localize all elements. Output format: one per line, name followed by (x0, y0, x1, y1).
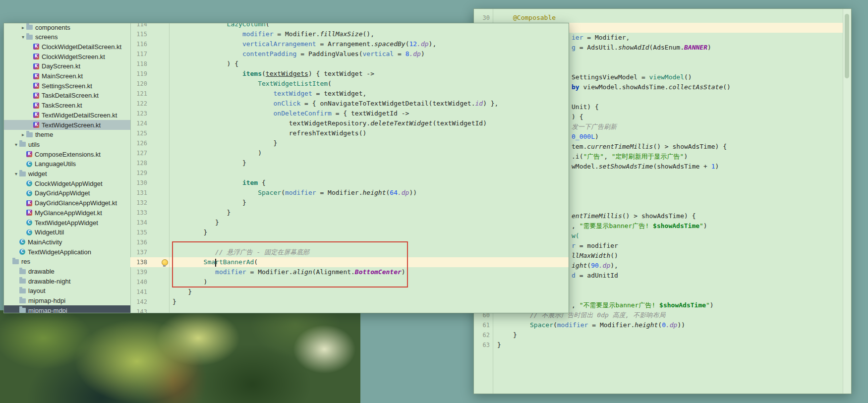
code-line-124[interactable]: textWidgetRepository.deleteTextWidget(te… (173, 118, 487, 128)
code-line-115[interactable]: modifier = Modifier.fillMaxSize(), (173, 29, 374, 39)
code-line-142[interactable]: } (173, 297, 176, 307)
line-number-138[interactable]: 138 (130, 257, 147, 267)
code-line-116[interactable]: verticalArrangement = Arrangement.spaced… (173, 39, 436, 49)
code-line-117[interactable]: contentPadding = PaddingValues(vertical … (173, 49, 425, 59)
right-code-row-42[interactable]: 0_000L) (572, 132, 599, 142)
right-code-row-44[interactable]: .i("广告", "定时刷新用于显示广告") (572, 152, 688, 162)
line-number-115[interactable]: 115 (130, 29, 147, 39)
code-line-123[interactable]: onDeleteConfirm = { textWidgetId -> (173, 109, 409, 118)
tree-item-textwidgetappwidget[interactable]: CTextWidgetAppWidget (4, 218, 130, 228)
code-line-127[interactable]: ) (173, 148, 262, 158)
right-code-row-40[interactable]: ) { (572, 112, 583, 122)
right-code-row-59[interactable]: , "不需要显示banner广告! $showAdsTime") (572, 300, 714, 310)
code-line-128[interactable]: } (173, 158, 246, 168)
code-line-114[interactable]: LazyColumn( (173, 23, 270, 29)
code-line-122[interactable]: onClick = { onNavigateToTextWidgetDetail… (173, 99, 498, 109)
line-number-135[interactable]: 135 (130, 228, 147, 237)
line-number-123[interactable]: 123 (130, 109, 147, 118)
right-code-row-30[interactable]: @Composable (513, 13, 556, 23)
tree-item-languageutils[interactable]: CLanguageUtils (4, 159, 130, 169)
chevron-down-icon[interactable]: ▾ (13, 142, 19, 147)
tree-item-theme[interactable]: ▸theme (4, 130, 130, 140)
right-code-row-55[interactable]: ight(90.dp), (572, 261, 618, 271)
right-code-row-33[interactable]: g = AdsUtil.showAdId(AdsEnum.BANNER) (572, 43, 711, 53)
code-line-125[interactable]: refreshTextWidgets() (173, 128, 366, 138)
line-number-122[interactable]: 122 (130, 99, 147, 109)
tree-item-utils[interactable]: ▾utils (4, 139, 130, 149)
line-number-137[interactable]: 137 (130, 247, 147, 257)
line-number-143[interactable]: 143 (130, 307, 147, 313)
tree-item-settingsscreen-kt[interactable]: KSettingsScreen.kt (4, 81, 130, 91)
line-number-61[interactable]: 61 (474, 320, 490, 330)
chevron-down-icon[interactable]: ▾ (20, 34, 26, 40)
tree-item-widgetutil[interactable]: CWidgetUtil (4, 228, 130, 237)
right-code-row-45[interactable]: wModel.setShowAdsTime(showAdsTime + 1) (572, 162, 719, 172)
line-number-140[interactable]: 140 (130, 277, 147, 287)
right-code-row-36[interactable]: SettingsViewModel = viewModel() (572, 72, 692, 82)
scrollbar-thumb[interactable] (845, 14, 849, 78)
tree-item-clockwidgetdetailscreen-kt[interactable]: KClockWidgetDetailScreen.kt (4, 42, 130, 52)
line-number-120[interactable]: 120 (130, 79, 147, 89)
line-number-63[interactable]: 63 (474, 340, 490, 350)
line-number-127[interactable]: 127 (130, 148, 147, 158)
line-number-130[interactable]: 130 (130, 178, 147, 188)
right-code-row-52[interactable]: w( (572, 231, 579, 241)
right-code-row-41[interactable]: 发一下广告刷新 (572, 122, 617, 132)
line-number-30[interactable]: 30 (474, 13, 490, 23)
tree-item-drawable[interactable]: drawable (4, 267, 130, 277)
code-line-126[interactable]: } (173, 138, 277, 148)
tree-item-clockwidgetscreen-kt[interactable]: KClockWidgetScreen.kt (4, 52, 130, 61)
intention-bulb-icon[interactable] (162, 259, 168, 266)
tree-item-components[interactable]: ▸components (4, 23, 130, 32)
line-number-62[interactable]: 62 (474, 330, 490, 340)
code-line-131[interactable]: Spacer(modifier = Modifier.height(64.dp)… (173, 188, 417, 198)
code-line-118[interactable]: ) { (173, 59, 238, 69)
right-code-row-37[interactable]: by viewModel.showAdsTime.collectAsState(… (572, 82, 731, 92)
tree-item-mainactivity[interactable]: CMainActivity (4, 237, 130, 247)
right-code-row-39[interactable]: Unit) { (572, 102, 599, 112)
line-number-126[interactable]: 126 (130, 138, 147, 148)
line-number-132[interactable]: 132 (130, 198, 147, 208)
right-code-row-50[interactable]: entTimeMillis() > showAdsTime) { (572, 211, 695, 221)
line-number-129[interactable]: 129 (130, 168, 147, 178)
tree-item-widget[interactable]: ▾widget (4, 169, 130, 179)
line-number-136[interactable]: 136 (130, 237, 147, 247)
right-code-row-63[interactable]: } (497, 340, 501, 350)
code-line-132[interactable]: } (173, 198, 246, 208)
code-line-141[interactable]: } (173, 287, 192, 297)
line-number-117[interactable]: 117 (130, 49, 147, 59)
code-line-121[interactable]: textWidget = textWidget, (173, 89, 366, 99)
tree-item-screens[interactable]: ▾screens (4, 32, 130, 42)
tree-item-res[interactable]: res (4, 257, 130, 267)
tree-item-textwidgetscreen-kt[interactable]: KTextWidgetScreen.kt (4, 120, 130, 130)
line-number-119[interactable]: 119 (130, 69, 147, 79)
tree-item-mipmap-hdpi[interactable]: mipmap-hdpi (4, 296, 130, 306)
line-number-124[interactable]: 124 (130, 118, 147, 128)
right-code-row-43[interactable]: tem.currentTimeMillis() > showAdsTime) { (572, 142, 727, 152)
line-number-128[interactable]: 128 (130, 158, 147, 168)
right-code-row-56[interactable]: d = adUnitId (572, 271, 618, 281)
tree-item-composeextensions-kt[interactable]: KComposeExtensions.kt (4, 149, 130, 159)
tree-item-textwidgetdetailscreen-kt[interactable]: KTextWidgetDetailScreen.kt (4, 110, 130, 120)
chevron-right-icon[interactable]: ▸ (20, 25, 26, 30)
tree-item-daygridappwidget[interactable]: CDayGridAppWidget (4, 188, 130, 198)
tree-item-mipmap-mdpi[interactable]: mipmap-mdpi (4, 305, 130, 313)
tree-item-layout[interactable]: layout (4, 286, 130, 296)
line-number-139[interactable]: 139 (130, 267, 147, 277)
line-number-118[interactable]: 118 (130, 59, 147, 69)
tree-item-dayscreen-kt[interactable]: KDayScreen.kt (4, 61, 130, 71)
code-line-133[interactable]: } (173, 208, 231, 218)
tree-item-daygridglanceappwidget-kt[interactable]: KDayGridGlanceAppWidget.kt (4, 198, 130, 208)
line-number-116[interactable]: 116 (130, 39, 147, 49)
code-line-120[interactable]: TextWidgetListItem( (173, 79, 332, 89)
tree-item-taskdetailscreen-kt[interactable]: KTaskDetailScreen.kt (4, 91, 130, 101)
tree-item-clockwidgetappwidget[interactable]: CClockWidgetAppWidget (4, 178, 130, 188)
line-number-125[interactable]: 125 (130, 128, 147, 138)
chevron-down-icon[interactable]: ▾ (13, 171, 19, 176)
line-number-121[interactable]: 121 (130, 89, 147, 99)
line-number-131[interactable]: 131 (130, 188, 147, 198)
line-number-142[interactable]: 142 (130, 297, 147, 307)
line-number-141[interactable]: 141 (130, 287, 147, 297)
code-line-130[interactable]: item { (173, 178, 266, 188)
right-code-row-62[interactable]: } (513, 330, 517, 340)
